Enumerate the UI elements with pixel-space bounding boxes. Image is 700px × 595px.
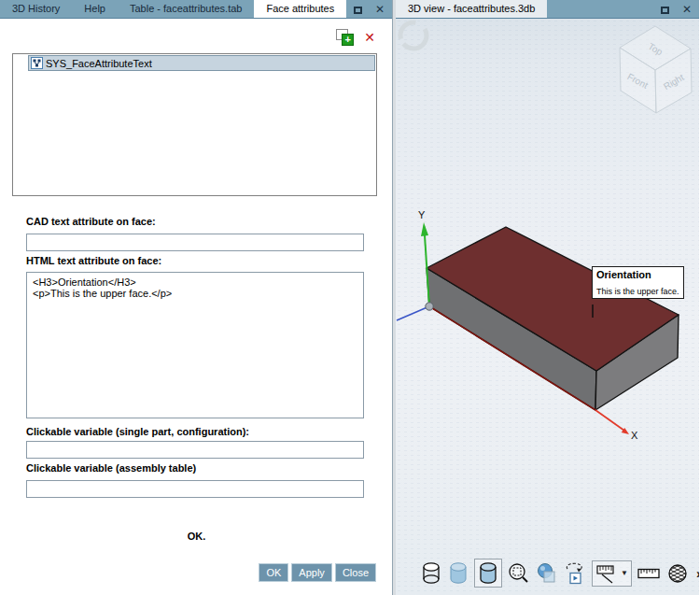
face-tooltip: Orientation This is the upper face. bbox=[592, 266, 684, 299]
shaded-cylinder-icon bbox=[448, 561, 469, 585]
axis-y-arrowhead bbox=[421, 222, 428, 236]
clickable-single-input[interactable] bbox=[26, 441, 364, 459]
rotate-view-button[interactable] bbox=[563, 560, 587, 587]
view-toolbar: ▼ bbox=[420, 559, 699, 588]
mesh-sphere-icon bbox=[666, 562, 689, 585]
tab-table-faceattributes[interactable]: Table - faceattributes.tab bbox=[118, 0, 254, 18]
add-icon: + bbox=[342, 34, 354, 46]
shaded-display-button[interactable] bbox=[447, 560, 469, 586]
3d-view-panel: 3D view - faceattributes.3db ✕ Top Front bbox=[396, 0, 699, 595]
dialog-ok-button[interactable]: OK bbox=[259, 563, 288, 582]
clickable-assembly-input[interactable] bbox=[26, 480, 364, 498]
right-maximize-button[interactable] bbox=[661, 1, 669, 18]
wireframe-cylinder-icon bbox=[421, 561, 441, 585]
dimension-dropdown[interactable]: ▼ bbox=[592, 560, 632, 587]
maximize-button[interactable] bbox=[354, 1, 362, 18]
axis-z bbox=[397, 306, 429, 320]
right-tab-bar: 3D view - faceattributes.3db ✕ bbox=[396, 0, 699, 19]
attribute-item-icon bbox=[31, 57, 43, 69]
right-window-controls: ✕ bbox=[661, 0, 699, 18]
zoom-icon bbox=[508, 562, 529, 585]
measure-ruler-button[interactable] bbox=[637, 565, 661, 582]
ruler-icon bbox=[637, 566, 660, 581]
origin-point[interactable] bbox=[426, 303, 433, 310]
axis-x bbox=[595, 410, 624, 431]
zoom-button[interactable] bbox=[507, 561, 530, 586]
rotate-view-icon bbox=[564, 561, 586, 586]
dimension-icon bbox=[595, 563, 616, 584]
left-tab-bar: 3D History Help Table - faceattributes.t… bbox=[0, 0, 392, 19]
3d-scene[interactable]: Top Front Right X bbox=[396, 19, 699, 595]
left-window-controls: ✕ bbox=[354, 0, 392, 18]
shaded-edges-display-button[interactable] bbox=[474, 559, 502, 588]
list-item-label: SYS_FaceAttributeText bbox=[43, 58, 152, 69]
add-attribute-button[interactable]: + bbox=[336, 29, 354, 46]
clickable-single-label: Clickable variable (single part, configu… bbox=[26, 426, 249, 437]
tooltip-body: This is the upper face. bbox=[596, 287, 679, 296]
close-button[interactable]: ✕ bbox=[375, 4, 385, 15]
mesh-display-button[interactable] bbox=[665, 561, 690, 586]
tab-face-attributes[interactable]: Face attributes bbox=[254, 0, 346, 18]
face-attributes-panel: 3D History Help Table - faceattributes.t… bbox=[0, 0, 393, 595]
dialog-apply-button[interactable]: Apply bbox=[291, 563, 332, 582]
wireframe-display-button[interactable] bbox=[420, 560, 442, 586]
tab-help[interactable]: Help bbox=[72, 0, 118, 18]
cad-text-input[interactable] bbox=[26, 234, 364, 251]
axis-x-label: X bbox=[631, 430, 638, 441]
app-window: 3D History Help Table - faceattributes.t… bbox=[0, 0, 700, 595]
html-text-textarea[interactable]: <H3>Orientation</H3> <p>This is the uppe… bbox=[26, 272, 364, 418]
dialog-buttons: OK Apply Close bbox=[259, 563, 376, 582]
attribute-toolbar: + ✕ bbox=[336, 29, 375, 46]
tab-3d-history[interactable]: 3D History bbox=[0, 0, 72, 18]
cad-text-label: CAD text attribute on face: bbox=[26, 216, 156, 227]
render-mode-button[interactable] bbox=[535, 561, 558, 586]
dropdown-caret-icon: ▼ bbox=[621, 569, 628, 577]
shaded-edges-cylinder-icon bbox=[478, 561, 498, 585]
axis-y-label: Y bbox=[418, 209, 426, 220]
dialog-close-button[interactable]: Close bbox=[335, 563, 376, 582]
maximize-icon bbox=[661, 7, 669, 14]
delete-attribute-button[interactable]: ✕ bbox=[364, 31, 375, 44]
attribute-list[interactable]: SYS_FaceAttributeText bbox=[12, 53, 377, 196]
tab-3d-view[interactable]: 3D view - faceattributes.3db bbox=[396, 0, 547, 18]
list-item-sys-faceattributetext[interactable]: SYS_FaceAttributeText bbox=[28, 55, 375, 71]
more-button[interactable]: » bbox=[694, 566, 699, 581]
html-text-label: HTML text attribute on face: bbox=[26, 255, 161, 266]
view-cube[interactable] bbox=[620, 26, 692, 113]
orbit-ring-widget[interactable] bbox=[400, 22, 427, 49]
right-close-button[interactable]: ✕ bbox=[682, 4, 692, 15]
3d-viewport[interactable]: Top Front Right X bbox=[396, 19, 699, 595]
status-text: OK. bbox=[0, 531, 393, 542]
maximize-icon bbox=[354, 7, 362, 14]
tooltip-title: Orientation bbox=[596, 269, 679, 280]
render-sphere-icon bbox=[536, 562, 557, 585]
clickable-assembly-label: Clickable variable (assembly table) bbox=[26, 462, 196, 474]
